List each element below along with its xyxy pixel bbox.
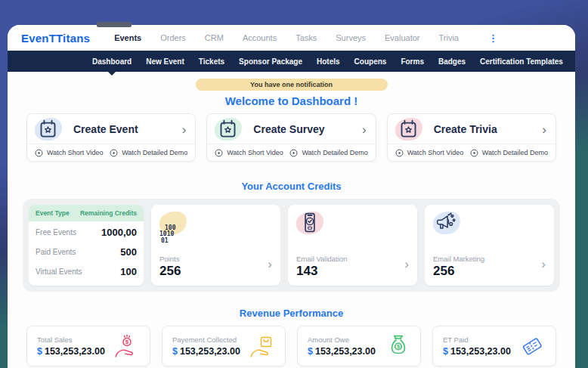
calendar-star-icon — [395, 118, 422, 141]
watch-short-video-link[interactable]: Watch Short Video — [395, 149, 464, 157]
revenue-value: $153,253,23.00 — [37, 346, 105, 357]
revenue-value: $153,253,23.00 — [443, 346, 511, 357]
chevron-right-icon — [362, 123, 367, 136]
subnav-item-cert-templates[interactable]: Certification Templates — [480, 57, 563, 66]
top-tab-indicator — [97, 22, 132, 27]
create-card-title: Create Survey — [253, 123, 362, 135]
credit-label: Points — [159, 255, 272, 263]
play-circle-icon — [395, 149, 404, 157]
chevron-right-icon — [268, 258, 272, 271]
megaphone-icon — [433, 212, 460, 234]
nav-item-orders[interactable]: Orders — [160, 33, 186, 42]
subnav-item-dashboard[interactable]: Dashboard — [92, 57, 132, 66]
credit-value: 256 — [159, 264, 272, 279]
revenue-section-title: Revenue Performance — [8, 308, 575, 319]
points-card[interactable]: 100 1010 01 Points 256 — [151, 205, 280, 286]
email-marketing-card[interactable]: Email Marketing 256 — [425, 205, 554, 286]
payment-collected-card: Payement Collected $153,253,23.00 — [162, 326, 286, 366]
play-circle-icon — [289, 149, 298, 157]
subnav-item-hotels[interactable]: Hotels — [317, 57, 340, 66]
dashboard-content: You have one notification Welcome to Das… — [8, 72, 575, 368]
subnav-item-tickets[interactable]: Tickets — [199, 57, 224, 66]
revenue-label: ET Paid — [443, 336, 511, 344]
chevron-right-icon — [182, 123, 187, 136]
brand-logo[interactable]: EvenTTitans — [21, 32, 90, 45]
revenue-label: Amount Owe — [308, 336, 376, 344]
amount-owe-card: Amount Owe $153,253,23.00 $ — [297, 326, 421, 366]
credits-panel: Event Type Remaining Credits Free Events… — [23, 199, 560, 292]
subnav-item-sponsor-package[interactable]: Sponsor Package — [239, 57, 302, 66]
notification-banner[interactable]: You have one notification — [196, 79, 388, 91]
revenue-value: $153,253,23.00 — [308, 346, 376, 357]
subnav-item-badges[interactable]: Badges — [438, 57, 466, 66]
credit-label: Email Validation — [296, 255, 409, 263]
credits-table: Event Type Remaining Credits Free Events… — [29, 205, 144, 286]
app-window: EvenTTitans Events Orders CRM Accounts T… — [8, 25, 575, 368]
credit-value: 143 — [296, 264, 409, 279]
top-navbar: EvenTTitans Events Orders CRM Accounts T… — [8, 25, 575, 51]
svg-text:$: $ — [125, 339, 129, 345]
watch-short-video-link[interactable]: Watch Short Video — [35, 149, 104, 157]
revenue-label: Payement Collected — [172, 336, 240, 344]
create-event-card[interactable]: Create Event Watch Short Video Watch Det… — [26, 113, 196, 162]
nav-item-evaluator[interactable]: Evaluator — [385, 33, 419, 42]
watch-short-video-link[interactable]: Watch Short Video — [215, 149, 283, 157]
money-bag-icon: $ — [386, 334, 410, 358]
watch-detailed-demo-link[interactable]: Watch Detailed Demo — [289, 149, 367, 157]
revenue-cards-row: Total Sales $153,253,23.00 $ Payement Co… — [8, 326, 575, 366]
hand-bag-icon — [249, 334, 275, 358]
play-circle-icon — [470, 149, 478, 157]
credit-label: Email Marketing — [433, 255, 546, 263]
nav-item-surveys[interactable]: Surveys — [336, 33, 366, 42]
table-row: Free Events 1000,00 — [29, 224, 144, 241]
total-sales-card: Total Sales $153,253,23.00 $ — [26, 326, 150, 366]
chevron-right-icon — [542, 123, 546, 136]
credits-table-header: Event Type Remaining Credits — [29, 205, 144, 221]
chevron-right-icon — [541, 258, 546, 271]
calendar-star-icon — [215, 118, 242, 141]
revenue-label: Total Sales — [37, 336, 105, 344]
create-trivia-card[interactable]: Create Trivia Watch Short Video Watch De… — [387, 113, 556, 162]
subnav-item-forms[interactable]: Forms — [401, 57, 424, 66]
et-paid-card: ET Paid $153,253,23.00 — [432, 326, 556, 366]
play-circle-icon — [35, 149, 43, 157]
binary-code-icon: 100 1010 01 — [159, 212, 187, 234]
kebab-menu-icon[interactable] — [488, 33, 498, 43]
create-card-title: Create Trivia — [434, 123, 543, 135]
nav-item-crm[interactable]: CRM — [205, 33, 224, 42]
hand-coin-icon: $ — [114, 334, 140, 358]
credits-section-title: Your Account Credits — [8, 181, 575, 192]
subnav-item-coupens[interactable]: Coupens — [354, 57, 387, 66]
nav-item-accounts[interactable]: Accounts — [243, 33, 277, 42]
chevron-right-icon — [404, 258, 409, 271]
email-validation-card[interactable]: Email Validation 143 — [288, 205, 417, 286]
create-survey-card[interactable]: Create Survey Watch Short Video Watch De… — [206, 113, 376, 162]
calendar-star-icon — [35, 118, 62, 141]
nav-item-tasks[interactable]: Tasks — [296, 33, 317, 42]
watch-detailed-demo-link[interactable]: Watch Detailed Demo — [110, 149, 187, 157]
create-card-title: Create Event — [73, 123, 182, 135]
credit-value: 256 — [433, 264, 546, 279]
phone-check-icon — [296, 212, 323, 234]
create-cards-row: Create Event Watch Short Video Watch Det… — [8, 113, 575, 162]
table-row: Paid Events 500 — [29, 243, 144, 261]
sub-navbar: Dashboard New Event Tickets Sponsor Pack… — [8, 51, 575, 72]
subnav-item-new-event[interactable]: New Event — [146, 57, 184, 66]
page-title: Welcome to Dashboard ! — [8, 94, 575, 107]
revenue-value: $153,253,23.00 — [172, 346, 240, 357]
watch-detailed-demo-link[interactable]: Watch Detailed Demo — [470, 149, 548, 157]
nav-item-events[interactable]: Events — [114, 33, 141, 42]
nav-item-trivia[interactable]: Trivia — [439, 33, 459, 42]
table-row: Virtual Events 100 — [29, 263, 144, 280]
play-circle-icon — [215, 149, 223, 157]
ticket-icon — [518, 334, 546, 358]
play-circle-icon — [110, 149, 118, 157]
top-nav-items: Events Orders CRM Accounts Tasks Surveys… — [114, 33, 498, 43]
